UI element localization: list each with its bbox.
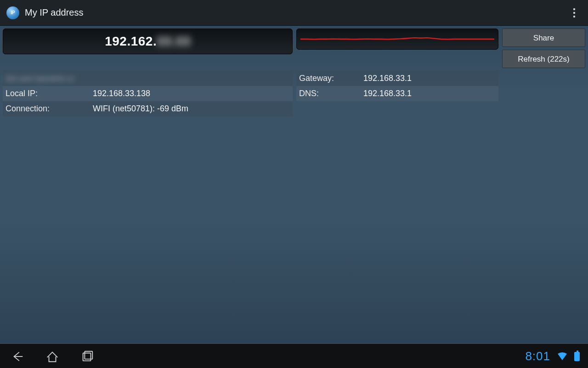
table-row: Connection: WIFI (net50781): -69 dBm xyxy=(3,101,293,116)
recent-apps-icon xyxy=(80,350,94,363)
gateway-label: Gateway: xyxy=(299,74,363,83)
table-row: Gateway: 192.168.33.1 xyxy=(296,71,498,86)
overflow-menu-button[interactable] xyxy=(565,4,583,22)
info-table: dsl-user.ispname.cc Gateway: 192.168.33.… xyxy=(3,71,498,116)
table-row: Local IP: 192.168.33.138 xyxy=(3,86,293,101)
dns-label: DNS: xyxy=(299,89,363,98)
svg-rect-2 xyxy=(85,351,92,359)
back-button[interactable] xyxy=(8,347,27,366)
svg-rect-1 xyxy=(83,353,91,361)
connection-label: Connection: xyxy=(6,104,93,114)
public-ip-display: 192.162. 88.88 xyxy=(3,29,293,54)
recent-apps-button[interactable] xyxy=(78,347,96,366)
home-icon xyxy=(45,350,59,363)
back-icon xyxy=(11,350,24,363)
table-row: dsl-user.ispname.cc xyxy=(3,71,293,86)
public-ip-visible: 192.162. xyxy=(105,34,157,49)
refresh-button[interactable]: Refresh (222s) xyxy=(502,50,585,68)
local-ip-value: 192.168.33.138 xyxy=(93,89,290,98)
status-clock: 8:01 xyxy=(525,349,550,363)
app-icon: IP xyxy=(6,6,19,19)
system-nav-bar: 8:01 xyxy=(0,344,588,368)
home-button[interactable] xyxy=(43,347,62,366)
table-row: DNS: 192.168.33.1 xyxy=(296,86,498,101)
connection-value: WIFI (net50781): -69 dBm xyxy=(93,104,290,114)
local-ip-label: Local IP: xyxy=(6,89,93,98)
battery-icon xyxy=(574,352,580,361)
share-button[interactable]: Share xyxy=(502,29,585,47)
app-icon-text: IP xyxy=(11,10,15,15)
side-button-column: Share Refresh (222s) xyxy=(502,29,585,68)
reverse-dns-value: dsl-user.ispname.cc xyxy=(6,74,290,83)
signal-chart xyxy=(296,29,498,50)
wifi-icon xyxy=(557,352,568,361)
app-title: My IP address xyxy=(25,7,560,18)
dns-value: 192.168.33.1 xyxy=(363,89,496,98)
action-bar: IP My IP address xyxy=(0,0,588,26)
more-vert-icon xyxy=(573,12,575,14)
gateway-value: 192.168.33.1 xyxy=(363,74,496,83)
signal-chart-svg xyxy=(300,31,494,47)
status-area[interactable]: 8:01 xyxy=(525,349,580,363)
content-area: 192.162. 88.88 Share Refresh (222s) dsl-… xyxy=(0,26,588,344)
public-ip-obscured: 88.88 xyxy=(157,34,191,49)
